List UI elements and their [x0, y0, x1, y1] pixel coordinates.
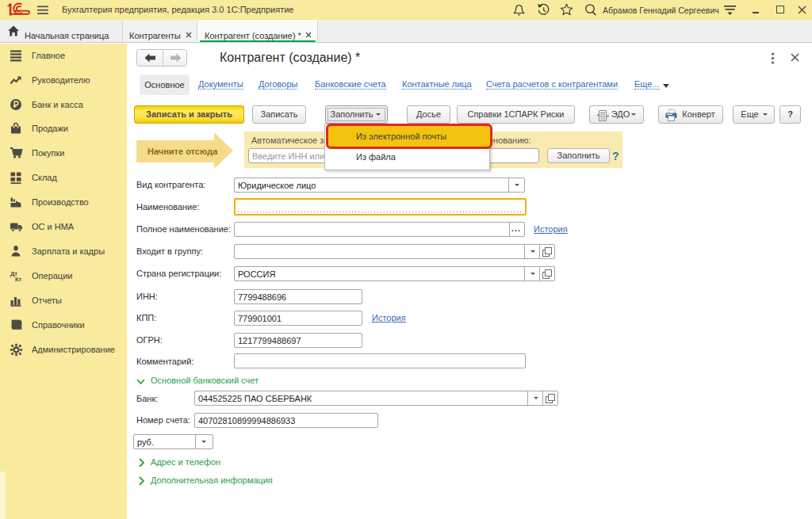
svg-text:Кт: Кт — [15, 276, 22, 282]
